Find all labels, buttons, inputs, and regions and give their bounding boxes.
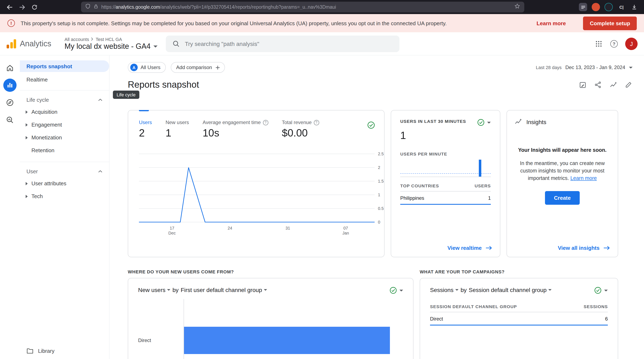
svg-text:2.5: 2.5 bbox=[378, 152, 384, 156]
chevron-down-icon bbox=[548, 289, 552, 291]
help-icon[interactable]: ? bbox=[314, 120, 319, 125]
table-row: Direct 6 bbox=[430, 312, 608, 326]
lock-icon[interactable] bbox=[94, 3, 98, 11]
help-icon[interactable]: ? bbox=[263, 120, 268, 125]
data-quality-menu[interactable] bbox=[477, 119, 491, 126]
apps-grid-icon[interactable] bbox=[594, 40, 603, 48]
share-icon[interactable] bbox=[594, 81, 602, 89]
sessions-by-channel-card: Sessions by Session default channel grou… bbox=[420, 278, 618, 359]
user-avatar[interactable]: J bbox=[625, 38, 638, 50]
banner-message: This property's setup is not complete. S… bbox=[21, 20, 531, 26]
view-all-insights-link[interactable]: View all insights bbox=[558, 245, 610, 251]
browser-back-button[interactable] bbox=[4, 2, 15, 12]
chevron-down-icon bbox=[604, 289, 608, 292]
chevron-down-icon bbox=[629, 66, 633, 68]
reports-icon[interactable] bbox=[3, 78, 16, 92]
setup-incomplete-banner: ! This property's setup is not complete.… bbox=[0, 14, 644, 32]
sidebar-item-engagement[interactable]: Engagement bbox=[20, 118, 109, 131]
sidebar-section-lifecycle: Life cycle Acquisition Engagement Moneti… bbox=[20, 90, 109, 157]
user-section-header[interactable]: User bbox=[20, 166, 109, 177]
explore-icon[interactable] bbox=[3, 96, 16, 109]
learn-more-link[interactable]: Learn more bbox=[536, 20, 566, 26]
chevron-down-icon bbox=[154, 45, 158, 47]
global-search[interactable] bbox=[166, 35, 400, 52]
dimension-selector[interactable]: Session default channel group bbox=[469, 286, 552, 293]
chevron-down-icon bbox=[264, 289, 267, 291]
alert-icon: ! bbox=[8, 20, 15, 27]
chevron-down-icon bbox=[455, 289, 458, 291]
view-realtime-link[interactable]: View realtime bbox=[448, 245, 492, 251]
insights-card: Insights Your Insights will appear here … bbox=[506, 110, 618, 257]
insights-icon[interactable] bbox=[609, 81, 617, 89]
sidebar-item-library[interactable]: Library bbox=[26, 348, 54, 354]
create-insight-button[interactable]: Create bbox=[545, 191, 580, 205]
metric-avg-engagement-time[interactable]: Average engagement time ? 10s bbox=[202, 120, 268, 139]
metric-users[interactable]: Users 2 bbox=[139, 120, 152, 139]
metric-new-users[interactable]: New users 1 bbox=[166, 120, 189, 139]
expand-triangle-icon bbox=[26, 110, 28, 114]
svg-text:1.5: 1.5 bbox=[378, 179, 384, 184]
add-comparison-chip[interactable]: Add comparison bbox=[171, 62, 225, 73]
channel-bar-chart: Direct bbox=[138, 299, 403, 359]
complete-setup-button[interactable]: Complete setup bbox=[583, 16, 637, 30]
browser-extension-icon-4[interactable]: C| bbox=[617, 3, 626, 11]
learn-more-link[interactable]: Learn more bbox=[570, 176, 597, 181]
insights-title: Insights bbox=[526, 118, 546, 125]
bar-category-label: Direct bbox=[138, 338, 151, 343]
url-text: https://analytics.google.com/analytics/w… bbox=[101, 4, 512, 10]
svg-text:Dec: Dec bbox=[168, 231, 176, 235]
browser-extension-icon-2[interactable] bbox=[592, 3, 600, 11]
search-input[interactable] bbox=[185, 40, 393, 47]
customize-report-icon[interactable] bbox=[578, 81, 587, 89]
search-icon bbox=[172, 40, 180, 47]
data-quality-menu[interactable] bbox=[390, 286, 403, 294]
download-icon[interactable] bbox=[630, 3, 638, 11]
report-main-area: A All Users Add comparison Last 28 days … bbox=[110, 56, 644, 359]
sidebar-item-monetization[interactable]: Monetization bbox=[20, 131, 109, 144]
expand-triangle-icon bbox=[26, 123, 28, 126]
svg-text:24: 24 bbox=[228, 226, 232, 230]
chevron-down-icon bbox=[400, 289, 403, 292]
url-bar[interactable]: https://analytics.google.com/analytics/w… bbox=[81, 2, 524, 12]
data-quality-menu[interactable] bbox=[594, 286, 608, 294]
realtime-users-value: 1 bbox=[400, 130, 491, 142]
new-users-by-channel-card: New users by First user default channel … bbox=[128, 278, 414, 359]
date-range-picker[interactable]: Last 28 days Dec 13, 2023 - Jan 9, 2024 bbox=[536, 64, 633, 70]
direct-bar bbox=[184, 327, 390, 354]
sidebar-item-realtime[interactable]: Realtime bbox=[20, 74, 109, 85]
nav-rail bbox=[0, 56, 20, 359]
dimension-selector[interactable]: First user default channel group bbox=[181, 286, 267, 293]
edit-icon[interactable] bbox=[624, 81, 633, 89]
sidebar-item-tech[interactable]: Tech bbox=[20, 190, 109, 203]
browser-reload-button[interactable] bbox=[29, 2, 40, 12]
tracking-shield-icon[interactable] bbox=[85, 3, 90, 11]
expand-triangle-icon bbox=[26, 194, 28, 198]
sidebar-item-user-attributes[interactable]: User attributes bbox=[20, 177, 109, 190]
analytics-logo-icon[interactable] bbox=[6, 39, 16, 48]
advertising-icon[interactable] bbox=[3, 113, 16, 126]
breadcrumb: All accounts Test HCL GA bbox=[64, 36, 158, 42]
sidebar-item-reports-snapshot[interactable]: Reports snapshot bbox=[20, 60, 109, 72]
home-icon[interactable] bbox=[3, 61, 16, 74]
users-per-minute-chart bbox=[400, 160, 491, 177]
insights-headline: Your Insights will appear here soon. bbox=[518, 147, 607, 153]
chevron-down-icon bbox=[167, 289, 170, 291]
users-per-minute-title: USERS PER MINUTE bbox=[400, 152, 491, 156]
data-quality-icon[interactable] bbox=[367, 121, 375, 129]
metric-selector[interactable]: New users bbox=[138, 286, 170, 293]
app-header: Analytics All accounts Test HCL GA My lo… bbox=[0, 32, 644, 56]
sidebar-item-retention[interactable]: Retention bbox=[20, 144, 109, 157]
help-icon[interactable]: ? bbox=[610, 40, 618, 47]
browser-extension-icon-3[interactable] bbox=[604, 3, 613, 11]
bookmark-star-icon[interactable] bbox=[514, 3, 520, 11]
metric-total-revenue[interactable]: Total revenue ? $0.00 bbox=[282, 120, 319, 139]
property-name: My local dx website - GA4 bbox=[64, 42, 150, 51]
lifecycle-section-header[interactable]: Life cycle bbox=[20, 94, 109, 106]
arrow-right-icon bbox=[486, 246, 492, 250]
all-users-chip[interactable]: A All Users bbox=[128, 62, 166, 73]
sidebar-item-acquisition[interactable]: Acquisition bbox=[20, 106, 109, 118]
account-property-selector[interactable]: All accounts Test HCL GA My local dx web… bbox=[64, 36, 158, 51]
browser-extension-icon-1[interactable] bbox=[579, 3, 587, 11]
browser-forward-button[interactable] bbox=[16, 2, 27, 12]
metric-selector[interactable]: Sessions bbox=[430, 286, 458, 293]
